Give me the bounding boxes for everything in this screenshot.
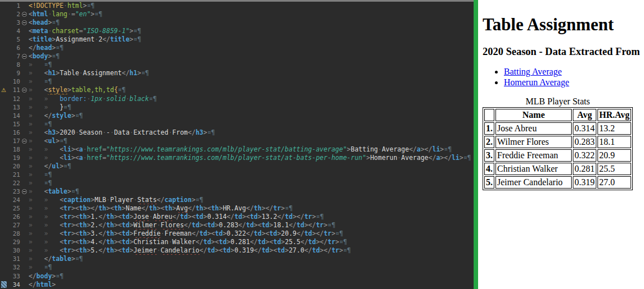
table-cell: 18.1 [597, 136, 631, 148]
fold-marker[interactable] [22, 12, 27, 17]
table-cell: 27.0 [597, 176, 631, 189]
code-token: </ [29, 44, 36, 52]
code-token: >< [157, 204, 165, 212]
code-line: 34</html> [0, 281, 474, 289]
fold-margin[interactable] [20, 137, 29, 145]
table-cell: 25.5 [597, 163, 631, 175]
fold-margin[interactable] [20, 19, 29, 27]
code-token: td [270, 230, 277, 237]
code-line: 32» ¤¶ [0, 263, 474, 272]
code-token: td [250, 213, 258, 221]
page-title: Table Assignment [483, 15, 640, 35]
code-token: > [83, 2, 87, 10]
code-token: 2020 [59, 129, 75, 136]
line-number: 15 [7, 120, 20, 129]
code-token: Season [79, 129, 103, 136]
line-number: 21 [7, 171, 20, 179]
preview-link[interactable]: Batting Average [504, 67, 562, 76]
code-editor-panel[interactable]: 1<!DOCTYPE·html>¤¶2<html·lang·="en">¤¶3<… [0, 0, 474, 289]
line-number: 12 [7, 95, 20, 103]
code-token: · [157, 246, 161, 254]
code-token: ¤¶ [63, 103, 71, 111]
code-token: ¤¶ [52, 19, 60, 26]
code-token: tr [331, 246, 339, 254]
code-token: ¤¶ [75, 112, 83, 120]
fold-margin [20, 196, 29, 204]
line-number: 31 [7, 255, 20, 263]
code-token: Average [401, 154, 428, 162]
fold-margin [20, 27, 29, 35]
table-row: 2.Wilmer Flores0.28318.1 [484, 136, 631, 148]
icon-margin [0, 179, 7, 187]
code-token: 0.322 [226, 230, 246, 237]
code-token: - [106, 129, 110, 136]
fold-marker[interactable] [22, 54, 27, 59]
code-token: </ [192, 230, 200, 237]
code-token: Data [114, 129, 129, 136]
code-token: meta [33, 27, 48, 35]
icon-margin [0, 120, 7, 129]
code-token: style [48, 86, 68, 94]
code-line: 13» » }¤¶ [0, 103, 474, 112]
icon-margin [0, 221, 7, 230]
code-token: </ [99, 230, 106, 237]
row-number: 1. [484, 122, 494, 135]
code-token: = [103, 154, 106, 162]
code-token: » [29, 61, 44, 68]
code-token: Wilmer [133, 221, 157, 229]
fold-margin[interactable] [20, 187, 29, 196]
fold-margin [20, 272, 29, 281]
fold-margin [20, 103, 29, 112]
code-token: td [122, 221, 129, 229]
code-token: > [137, 69, 141, 77]
fold-margin[interactable] [20, 86, 29, 94]
code-token: html [36, 281, 52, 288]
code-text: » ¤¶ [29, 120, 474, 129]
fold-marker[interactable] [22, 139, 27, 144]
icon-margin [0, 145, 7, 154]
fold-margin [20, 171, 29, 179]
code-token: 1px [91, 95, 103, 103]
line-number: 4 [7, 27, 20, 35]
column-header: Avg [573, 109, 596, 121]
code-token: <!DOCTYPE [29, 2, 63, 10]
code-token: » » [29, 103, 59, 111]
code-token: td [312, 246, 320, 254]
code-token: >< [211, 238, 219, 246]
code-text: » ¤¶ [29, 171, 474, 179]
code-text: <head>¤¶ [29, 19, 474, 27]
code-token: </ [246, 230, 254, 237]
code-line: 31» </table>¤¶ [0, 255, 474, 263]
code-token: > [91, 10, 95, 18]
preview-link[interactable]: Homerun Average [504, 77, 569, 87]
code-token: td [207, 221, 215, 229]
code-token: th [254, 204, 262, 212]
code-token: </ [99, 221, 106, 229]
code-token: >< [71, 145, 79, 153]
code-line: 22» ¤¶ [0, 179, 474, 187]
code-token: » [29, 129, 44, 136]
code-token: </ [141, 204, 149, 212]
column-header: HR.Avg [597, 109, 631, 121]
fold-margin[interactable] [20, 10, 29, 19]
fold-marker[interactable] [22, 189, 27, 194]
code-line: 30» » <tr><th>5.</th><td>Jeimer·Candelar… [0, 246, 474, 255]
code-line: 20» </ul>¤¶ [0, 162, 474, 171]
table-header-row: NameAvgHR.Avg [484, 109, 631, 121]
table-cell: 0.322 [573, 149, 596, 162]
code-token: Table [59, 69, 79, 77]
fold-marker[interactable] [22, 20, 27, 25]
line-number: 11 [7, 86, 20, 94]
fold-marker[interactable] [22, 88, 27, 93]
code-text: » <h1>Table·Assignment</h1>¤¶ [29, 69, 474, 77]
code-line: 18» » <li><a·href="https://www.teamranki… [0, 145, 474, 154]
code-token: » » [29, 213, 59, 221]
fold-margin [20, 120, 29, 129]
code-text: » </ul>¤¶ [29, 162, 474, 171]
fold-margin[interactable] [20, 52, 29, 61]
icon-margin [0, 103, 7, 112]
code-text: <body>¤¶ [29, 52, 474, 61]
code-token: tr [63, 230, 71, 237]
code-token: th [79, 221, 87, 229]
icon-margin [0, 187, 7, 196]
